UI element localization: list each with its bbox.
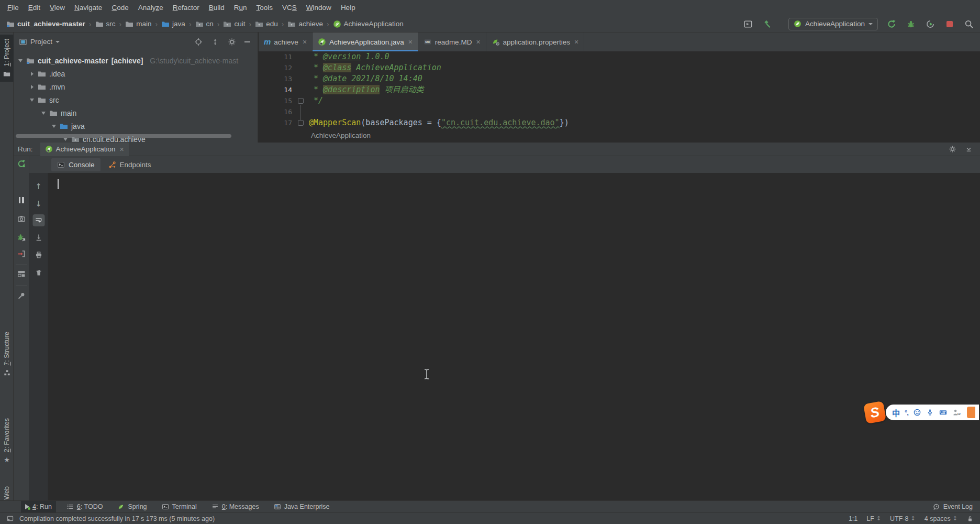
- breadcrumb-achieve[interactable]: achieve: [286, 20, 324, 28]
- collapsed-arrow-icon[interactable]: [29, 85, 35, 89]
- clear-all-button[interactable]: [35, 269, 42, 277]
- line-separator-select[interactable]: LF↕: [866, 515, 881, 522]
- close-icon[interactable]: ×: [303, 38, 307, 46]
- run-configuration-select[interactable]: AchieveApplication: [788, 18, 878, 30]
- breadcrumb-src[interactable]: src: [94, 20, 117, 28]
- scroll-to-end-button[interactable]: [35, 234, 42, 242]
- down-stacktrace-button[interactable]: ↓: [35, 200, 42, 208]
- stripe-structure-button[interactable]: 7: Structure: [0, 328, 14, 380]
- tree-row-idea[interactable]: .idea: [29, 67, 65, 80]
- profiler-button[interactable]: [925, 18, 936, 30]
- stripe-favorites-button[interactable]: 2: Favorites ★: [0, 414, 14, 468]
- close-icon[interactable]: ×: [574, 38, 578, 46]
- menu-tools[interactable]: Tools: [252, 0, 278, 16]
- breadcrumb-class-name[interactable]: AchieveApplication: [311, 132, 371, 139]
- tree-row-root[interactable]: cuit_achieve-master [achieve] G:\study\c…: [18, 54, 238, 67]
- breadcrumb-project[interactable]: cuit_achieve-master: [5, 20, 86, 28]
- sogou-logo[interactable]: S: [863, 401, 886, 424]
- tool-windows-button[interactable]: [742, 18, 754, 30]
- soft-wrap-button[interactable]: [32, 214, 44, 226]
- tree-row-src[interactable]: src: [29, 93, 59, 106]
- fold-marker-icon[interactable]: [298, 120, 304, 126]
- menu-help[interactable]: Help: [336, 0, 360, 16]
- locate-icon[interactable]: [194, 38, 203, 46]
- menu-navigate[interactable]: Navigate: [70, 0, 107, 16]
- chevron-down-icon[interactable]: [55, 41, 60, 43]
- expanded-arrow-icon[interactable]: [18, 59, 23, 62]
- expanded-arrow-icon[interactable]: [63, 138, 68, 141]
- toolbar-messages-button[interactable]: 0: Messages: [207, 501, 263, 513]
- menu-run[interactable]: Run: [229, 0, 252, 16]
- tree-row-main[interactable]: main: [41, 106, 76, 119]
- emoji-icon[interactable]: [913, 408, 921, 417]
- toolbar-spring-button[interactable]: Spring: [113, 501, 151, 513]
- user-count-icon[interactable]: 12: [952, 408, 961, 417]
- tab-console[interactable]: Console: [51, 158, 101, 171]
- close-icon[interactable]: ×: [408, 38, 413, 46]
- breadcrumb-main[interactable]: main: [124, 20, 152, 28]
- console-output[interactable]: [48, 173, 980, 500]
- close-icon[interactable]: ×: [476, 38, 480, 46]
- tab-achieveapplication-java[interactable]: AchieveApplication.java ×: [313, 32, 418, 51]
- breadcrumb-java[interactable]: java: [160, 20, 186, 28]
- menu-window[interactable]: Window: [302, 0, 336, 16]
- stop-button[interactable]: [944, 18, 955, 30]
- stripe-project-button[interactable]: 1: Project: [0, 35, 14, 82]
- run-tab-achieveapplication[interactable]: AchieveApplication ×: [40, 143, 129, 156]
- search-everywhere-button[interactable]: [963, 18, 975, 30]
- exit-button[interactable]: [17, 249, 26, 258]
- menu-vcs[interactable]: VCS: [277, 0, 302, 16]
- attach-debugger-button[interactable]: [17, 233, 26, 242]
- rerun-button[interactable]: [886, 18, 897, 30]
- expanded-arrow-icon[interactable]: [41, 112, 46, 115]
- fold-marker-icon[interactable]: [298, 98, 304, 104]
- layout-settings-button[interactable]: [17, 269, 26, 278]
- event-log-button[interactable]: Event Log: [932, 503, 980, 511]
- close-icon[interactable]: ×: [120, 145, 124, 154]
- debug-button[interactable]: [905, 18, 917, 30]
- ime-punctuation-button[interactable]: °,: [905, 409, 908, 417]
- pin-tab-button[interactable]: [17, 291, 26, 300]
- thread-dump-button[interactable]: [17, 214, 26, 223]
- ime-more-icon[interactable]: [967, 407, 975, 418]
- menu-view[interactable]: View: [45, 0, 70, 16]
- keyboard-icon[interactable]: [939, 408, 948, 417]
- menu-refactor[interactable]: Refactor: [168, 0, 204, 16]
- toolbar-todo-button[interactable]: 6: TODO: [62, 501, 107, 513]
- tab-application-properties[interactable]: application.properties ×: [486, 32, 585, 51]
- menu-file[interactable]: File: [3, 0, 24, 16]
- rerun-button[interactable]: [17, 159, 26, 168]
- build-button[interactable]: [762, 18, 773, 30]
- toolbar-terminal-button[interactable]: Terminal: [158, 501, 201, 513]
- collapsed-arrow-icon[interactable]: [29, 72, 35, 76]
- lock-icon[interactable]: [966, 515, 974, 522]
- gear-icon[interactable]: [949, 145, 956, 153]
- menu-edit[interactable]: Edit: [24, 0, 45, 16]
- hide-panel-icon[interactable]: [244, 41, 250, 42]
- breadcrumb-cuit[interactable]: cuit: [222, 20, 246, 28]
- tab-readme-md[interactable]: MD readme.MD ×: [418, 32, 486, 51]
- expanded-arrow-icon[interactable]: [29, 99, 35, 102]
- caret-position[interactable]: 1:1: [849, 515, 858, 522]
- tab-achieve[interactable]: m achieve ×: [259, 32, 313, 51]
- breadcrumb-edu[interactable]: edu: [254, 20, 279, 28]
- tree-row-java[interactable]: java: [51, 119, 85, 133]
- hide-icon[interactable]: [965, 145, 973, 153]
- breadcrumb-class[interactable]: AchieveApplication: [332, 20, 405, 28]
- up-stacktrace-button[interactable]: ↑: [35, 182, 42, 191]
- menu-code[interactable]: Code: [107, 0, 133, 16]
- project-view-title[interactable]: Project: [30, 38, 52, 46]
- print-button[interactable]: [35, 251, 42, 259]
- collapse-all-icon[interactable]: [211, 38, 219, 46]
- menu-analyze[interactable]: Analyze: [133, 0, 168, 16]
- encoding-select[interactable]: UTF-8↕: [890, 515, 916, 522]
- indent-select[interactable]: 4 spaces↕: [925, 515, 957, 522]
- code-editor[interactable]: 11 * @version 1.0.0 12 * @class AchieveA…: [259, 51, 980, 128]
- tree-row-mvn[interactable]: .mvn: [29, 80, 65, 93]
- toolbar-run-button[interactable]: 4: Run: [21, 501, 56, 513]
- toolbar-java-enterprise-button[interactable]: Java Enterprise: [270, 501, 334, 513]
- pause-output-button[interactable]: [19, 197, 24, 203]
- breadcrumb-cn[interactable]: cn: [194, 20, 215, 28]
- menu-build[interactable]: Build: [204, 0, 229, 16]
- ime-language-button[interactable]: 中: [892, 407, 900, 418]
